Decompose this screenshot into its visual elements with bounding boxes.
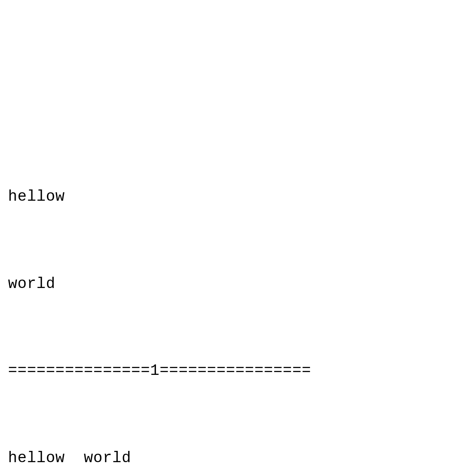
output-line-1: hellow: [8, 182, 468, 211]
output-separator-1: ===============1================: [8, 356, 468, 385]
output-line-2: world: [8, 269, 468, 298]
output-line-3: hellow world: [8, 444, 468, 471]
console-output: hellow world ===============1===========…: [8, 124, 468, 471]
